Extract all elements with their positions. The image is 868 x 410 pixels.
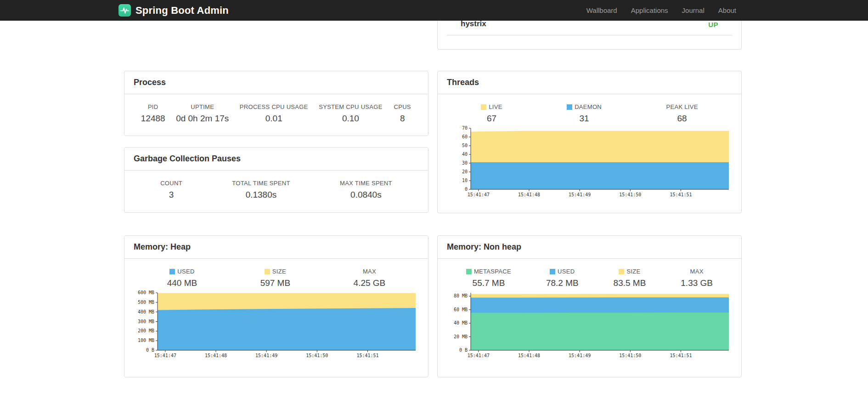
stat-value: 55.7 MB xyxy=(466,278,511,288)
legend-swatch-daemon xyxy=(567,104,572,110)
threads-panel: Threads LIVE 67 DAEMON 31 xyxy=(437,71,742,213)
legend-label: SIZE xyxy=(272,268,286,275)
stat-label: SIZE xyxy=(614,268,646,275)
memory-heap-chart: 0 B100 MB200 MB300 MB400 MB500 MB600 MB1… xyxy=(135,290,418,359)
nav-links: Wallboard Applications Journal About xyxy=(580,0,743,21)
svg-text:15:41:48: 15:41:48 xyxy=(518,353,540,358)
svg-text:40 MB: 40 MB xyxy=(454,320,468,325)
stat-label: USED xyxy=(546,268,579,275)
process-panel: Process PID 12488 UPTIME 0d 0h 2m 17s PR… xyxy=(124,71,428,136)
stat-process-cpu-usage: PROCESS CPU USAGE 0.01 xyxy=(240,103,308,124)
stat-value: 440 MB xyxy=(167,278,197,288)
svg-text:15:41:49: 15:41:49 xyxy=(569,353,591,358)
stat-value: 0.1380s xyxy=(232,190,290,200)
stat-live-threads: LIVE 67 xyxy=(481,103,502,124)
stat-heap-size: SIZE 597 MB xyxy=(260,268,290,288)
brand-link[interactable]: Spring Boot Admin xyxy=(118,4,229,17)
service-name: hystrix xyxy=(461,19,486,28)
stat-label: SIZE xyxy=(260,268,290,275)
panel-title: Threads xyxy=(438,71,741,94)
stat-gc-total-time: TOTAL TIME SPENT 0.1380s xyxy=(232,180,290,200)
stat-uptime: UPTIME 0d 0h 2m 17s xyxy=(176,103,229,124)
stat-gc-count: COUNT 3 xyxy=(160,180,182,200)
svg-text:60: 60 xyxy=(462,134,468,139)
svg-text:60 MB: 60 MB xyxy=(454,307,468,312)
legend-label: USED xyxy=(558,268,575,275)
svg-text:600 MB: 600 MB xyxy=(138,290,154,295)
stat-label: TOTAL TIME SPENT xyxy=(232,180,290,187)
stat-label: MAX xyxy=(681,268,713,275)
stat-daemon-threads: DAEMON 31 xyxy=(567,103,602,124)
svg-text:70: 70 xyxy=(462,126,468,131)
svg-text:200 MB: 200 MB xyxy=(138,328,154,333)
stat-label: CPUS xyxy=(393,103,411,110)
dashboard-content: hystrix UP Process PID 12488 UPTIME 0d 0… xyxy=(0,0,868,410)
stat-label: MAX TIME SPENT xyxy=(340,180,392,187)
nav-item-about[interactable]: About xyxy=(711,0,743,21)
nav-item-journal[interactable]: Journal xyxy=(675,0,711,21)
svg-text:15:41:50: 15:41:50 xyxy=(619,353,641,358)
svg-text:80 MB: 80 MB xyxy=(454,293,468,298)
svg-text:500 MB: 500 MB xyxy=(138,300,154,305)
stat-label: PROCESS CPU USAGE xyxy=(240,103,308,110)
stat-value: 0.01 xyxy=(240,114,308,124)
stat-value: 597 MB xyxy=(260,278,290,288)
memory-nonheap-panel: Memory: Non heap METASPACE 55.7 MB USED … xyxy=(437,235,742,377)
stat-value: 4.25 GB xyxy=(354,278,386,288)
svg-text:40: 40 xyxy=(462,152,468,157)
panel-title: Process xyxy=(124,71,428,94)
stat-label: COUNT xyxy=(160,180,182,187)
nonheap-legend: METASPACE 55.7 MB USED 78.2 MB SIZE xyxy=(449,268,730,288)
stat-value: 1.33 GB xyxy=(681,278,713,288)
svg-text:15:41:47: 15:41:47 xyxy=(154,353,176,358)
nav-item-applications[interactable]: Applications xyxy=(624,0,675,21)
stat-label: USED xyxy=(167,268,197,275)
svg-text:20: 20 xyxy=(462,169,468,174)
svg-text:15:41:49: 15:41:49 xyxy=(255,353,277,358)
panel-title: Memory: Heap xyxy=(124,236,428,259)
stat-value: 8 xyxy=(393,114,411,124)
process-stats: PID 12488 UPTIME 0d 0h 2m 17s PROCESS CP… xyxy=(135,103,417,124)
legend-label: DAEMON xyxy=(575,103,602,110)
svg-text:15:41:47: 15:41:47 xyxy=(468,192,490,197)
legend-swatch-metaspace xyxy=(466,269,472,274)
heap-legend: USED 440 MB SIZE 597 MB MAX 4.25 GB xyxy=(135,268,417,288)
svg-text:0 B: 0 B xyxy=(146,347,154,353)
stat-value: 78.2 MB xyxy=(546,278,579,288)
nav-item-wallboard[interactable]: Wallboard xyxy=(580,0,624,21)
legend-label: SIZE xyxy=(626,268,640,275)
stat-peak-live-threads: PEAK LIVE 68 xyxy=(666,103,698,124)
panel-title: Garbage Collection Pauses xyxy=(124,148,428,171)
stat-label: MAX xyxy=(354,268,386,275)
brand-title: Spring Boot Admin xyxy=(135,5,229,17)
stat-value: 31 xyxy=(567,114,602,124)
stat-value: 12488 xyxy=(141,114,165,124)
legend-swatch-size xyxy=(619,269,624,274)
stat-nonheap-size: SIZE 83.5 MB xyxy=(614,268,646,288)
legend-label: METASPACE xyxy=(474,268,511,275)
stat-system-cpu-usage: SYSTEM CPU USAGE 0.10 xyxy=(319,103,382,124)
svg-text:300 MB: 300 MB xyxy=(138,319,154,324)
svg-text:20 MB: 20 MB xyxy=(454,334,468,339)
svg-text:30: 30 xyxy=(462,160,468,165)
memory-heap-panel: Memory: Heap USED 440 MB SIZE 597 MB xyxy=(124,235,428,377)
stat-value: 83.5 MB xyxy=(614,278,646,288)
legend-swatch-live xyxy=(481,104,486,110)
svg-text:15:41:49: 15:41:49 xyxy=(569,192,591,197)
stat-label: SYSTEM CPU USAGE xyxy=(319,103,382,110)
stat-label: PID xyxy=(141,103,165,110)
stat-metaspace: METASPACE 55.7 MB xyxy=(466,268,511,288)
svg-text:15:41:50: 15:41:50 xyxy=(306,353,328,358)
stat-heap-max: MAX 4.25 GB xyxy=(354,268,386,288)
svg-text:15:41:47: 15:41:47 xyxy=(468,353,490,358)
threads-legend: LIVE 67 DAEMON 31 PEAK LIVE 68 xyxy=(449,103,730,124)
stat-label: DAEMON xyxy=(567,103,602,110)
legend-swatch-size xyxy=(265,269,270,274)
stat-value: 68 xyxy=(666,114,698,124)
stat-pid: PID 12488 xyxy=(141,103,165,124)
panel-title: Memory: Non heap xyxy=(438,236,741,259)
stat-value: 0d 0h 2m 17s xyxy=(176,114,229,124)
stat-label: LIVE xyxy=(481,103,502,110)
stat-label: PEAK LIVE xyxy=(666,103,698,110)
memory-nonheap-chart: 0 B20 MB40 MB60 MB80 MB15:41:4715:41:481… xyxy=(449,290,731,359)
